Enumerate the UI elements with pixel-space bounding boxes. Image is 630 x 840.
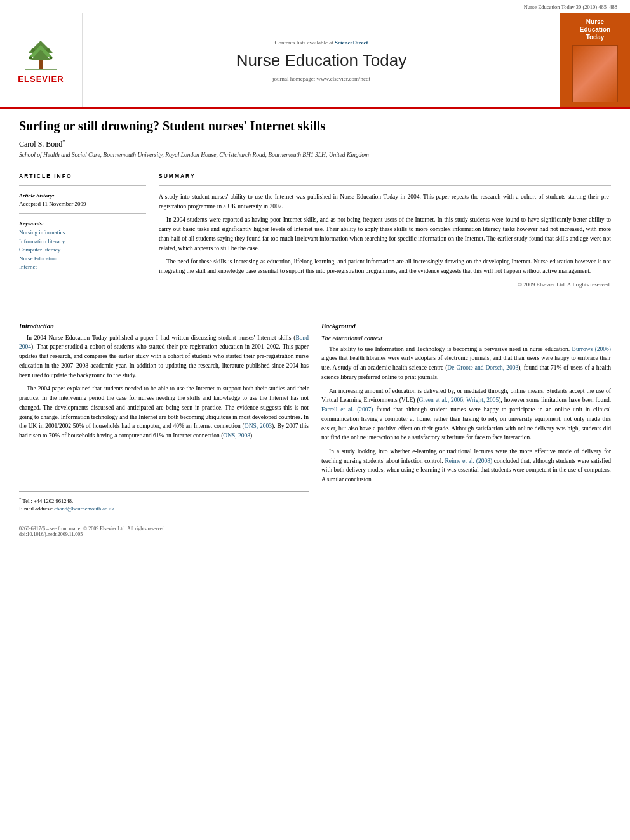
journal-cover-image — [572, 45, 618, 102]
ref-reime2008: Reime et al. (2008) — [445, 458, 492, 464]
bottom-bar: 0260-6917/$ – see front matter © 2009 El… — [0, 523, 630, 540]
footnote-email-line: E-mail address: cbond@bournemouth.ac.uk. — [19, 505, 309, 513]
intro-text: In 2004 Nurse Education Today published … — [19, 333, 309, 441]
keyword-1: Nursing informatics — [19, 229, 146, 237]
ref-farrell2007: Farrell et al. (2007) — [321, 406, 373, 413]
keyword-4: Nurse Education — [19, 255, 146, 263]
footnote-content: * Tel.: +44 1202 961248. E-mail address:… — [19, 496, 309, 513]
background-para-3: In a study looking into whether e-learni… — [321, 447, 611, 484]
background-heading: Background — [321, 323, 611, 330]
badge-line1: Nurse — [572, 18, 618, 26]
divider-summary — [159, 185, 611, 186]
summary-col: SUMMARY A study into student nurses' abi… — [159, 173, 611, 288]
intro-col: Introduction In 2004 Nurse Education Tod… — [19, 323, 309, 513]
ref-ons2003: ONS, 2003 — [245, 423, 272, 429]
article-info-summary: ARTICLE INFO Article history: Accepted 1… — [19, 173, 611, 288]
elsevier-wordmark: ELSEVIER — [18, 74, 64, 84]
summary-para-3: The need for these skills is increasing … — [159, 257, 611, 276]
divider-keywords — [19, 213, 146, 214]
copyright-line: © 2009 Elsevier Ltd. All rights reserved… — [159, 281, 611, 288]
issn-line: 0260-6917/$ – see front matter © 2009 El… — [19, 526, 166, 531]
summary-heading: SUMMARY — [159, 173, 611, 179]
article-history-label: Article history: — [19, 192, 146, 199]
keyword-3: Computer literacy — [19, 246, 146, 255]
elsevier-tree-icon — [22, 37, 60, 72]
article-affiliation: School of Health and Social Care, Bourne… — [19, 152, 611, 158]
ref-wright2005: Wright, 2005 — [466, 397, 499, 403]
svg-rect-1 — [39, 60, 43, 69]
journal-header: ELSEVIER Contents lists available at Sci… — [0, 13, 630, 109]
ref-degroote2003: De Groote and Dorsch, 2003 — [447, 364, 518, 371]
divider-info — [19, 185, 146, 186]
article-author: Carol S. Bond* — [19, 138, 611, 149]
journal-title: Nurse Education Today — [236, 51, 406, 70]
author-email: cbond@bournemouth.ac.uk. — [54, 505, 115, 512]
intro-para-2: The 2004 paper explained that students n… — [19, 384, 309, 440]
badge-line3: Today — [572, 34, 618, 41]
background-text: The ability to use Information and Techn… — [321, 345, 611, 484]
article-title: Surfing or still drowning? Student nurse… — [19, 119, 611, 133]
summary-text: A study into student nurses' ability to … — [159, 192, 611, 276]
keywords-list: Nursing informatics Information literacy… — [19, 229, 146, 272]
keyword-5: Internet — [19, 263, 146, 272]
divider-body — [19, 297, 611, 297]
body-content: Introduction In 2004 Nurse Education Tod… — [0, 316, 630, 519]
summary-para-1: A study into student nurses' ability to … — [159, 192, 611, 211]
svg-point-7 — [29, 56, 32, 59]
badge-line2: Education — [572, 26, 618, 34]
ref-ons2008: ONS, 2008 — [223, 432, 250, 439]
ref-burrows2006: Burrows (2006) — [572, 346, 611, 352]
background-subheading: The educational context — [321, 335, 611, 342]
intro-para-1: In 2004 Nurse Education Today published … — [19, 333, 309, 380]
background-para-2: An increasing amount of education is del… — [321, 387, 611, 443]
ref-bond2004: Bond 2004 — [19, 335, 309, 350]
article-info-col: ARTICLE INFO Article history: Accepted 1… — [19, 173, 146, 288]
svg-point-8 — [50, 56, 53, 59]
elsevier-logo-area: ELSEVIER — [0, 13, 83, 107]
journal-badge: Nurse Education Today — [572, 18, 618, 102]
doi-line: doi:10.1016/j.nedt.2009.11.005 — [19, 531, 83, 537]
journal-title-area: Contents lists available at ScienceDirec… — [83, 13, 560, 107]
sciencedirect-link: Contents lists available at ScienceDirec… — [275, 39, 368, 46]
article-info-heading: ARTICLE INFO — [19, 173, 146, 179]
journal-meta: Nurse Education Today 30 (2010) 485–488 — [0, 0, 630, 13]
summary-para-2: In 2004 students were reported as having… — [159, 215, 611, 253]
svg-point-6 — [46, 48, 50, 52]
footnote-area: * Tel.: +44 1202 961248. E-mail address:… — [19, 491, 309, 513]
journal-volume-info: Nurse Education Today 30 (2010) 485–488 — [524, 4, 617, 10]
journal-homepage: journal homepage: www.elsevier.com/nedt — [272, 76, 370, 82]
svg-point-5 — [31, 48, 35, 52]
keyword-2: Information literacy — [19, 237, 146, 246]
background-col: Background The educational context The a… — [321, 323, 611, 513]
article-content: Surfing or still drowning? Student nurse… — [0, 109, 630, 316]
keywords-label: Keywords: — [19, 220, 146, 227]
journal-badge-area: Nurse Education Today — [560, 13, 630, 107]
divider-1 — [19, 166, 611, 166]
ref-green2006: Green et al., 2006 — [419, 397, 463, 403]
sciencedirect-anchor[interactable]: ScienceDirect — [335, 39, 368, 46]
article-accepted-date: Accepted 11 November 2009 — [19, 201, 146, 207]
footnote-star-line: * Tel.: +44 1202 961248. — [19, 496, 309, 505]
background-para-1: The ability to use Information and Techn… — [321, 345, 611, 382]
intro-heading: Introduction — [19, 323, 309, 330]
elsevier-logo: ELSEVIER — [18, 37, 64, 84]
